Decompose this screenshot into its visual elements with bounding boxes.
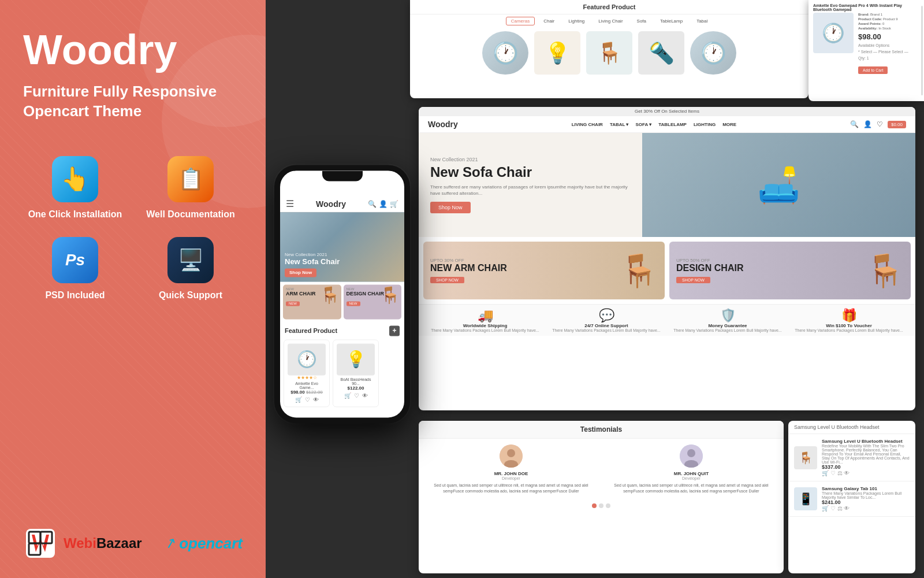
pl-cart-icon-2[interactable]: 🛒 [822,505,829,512]
webi-logo-svg [23,526,58,561]
nav-living-chair[interactable]: LIVING CHAIR [572,122,603,127]
pl-compare-icon-1[interactable]: ⚖ [837,470,843,476]
nav-more[interactable]: MORE [722,122,736,127]
product-list-info-1: Samsung Level U Bluetooth Headset Redefi… [822,439,910,476]
wishlist-action-icon-2[interactable]: ♡ [354,392,359,399]
phone-store-name: Woodry [316,199,346,209]
bottom-logos: WebiBazaar ↗ opencart [23,526,243,561]
add-to-cart-btn[interactable]: Add to Cart [858,66,888,74]
nav-user-icon[interactable]: 👤 [863,120,872,128]
feature-psd: Ps PSD Included [23,237,127,301]
search-icon[interactable]: 🔍 [368,200,377,208]
promo-design-content: UPTO 50% OFF DESIGN CHAIR SHOP NOW [669,251,750,291]
product-list-img-2: 📱 [794,487,817,510]
wishlist-action-icon[interactable]: ♡ [305,397,310,403]
product-name-2: BoAt BassHeads 90... [337,377,375,386]
dot-2[interactable] [599,503,603,508]
pl-wish-icon-2[interactable]: ♡ [830,505,836,512]
tab-cameras[interactable]: Cameras [506,17,535,25]
featured-title: Featured Product [410,0,808,14]
tab-chair[interactable]: Chair [538,17,560,25]
product-list-img-1: 🪑 [794,446,817,469]
product-price: $98.00 [858,32,919,41]
cart-action-icon[interactable]: 🛒 [295,397,302,403]
avatar-2 [680,444,703,468]
phone-promo-1: NEW ARM CHAIR NEW 🪑 [283,284,341,319]
menu-icon[interactable]: ☰ [286,198,294,209]
voucher-icon: 🎁 [789,308,908,323]
nav-wishlist-icon[interactable]: ♡ [877,120,883,128]
promo-cards-row: UPTO 30% OFF NEW ARM CHAIR SHOP NOW 🪑 UP… [419,237,915,304]
product-detail-content: 🕐 Brand: Brand 1 Product Code: Product 9… [808,13,924,74]
view-action-icon[interactable]: 👁 [313,397,319,403]
nav-tabal[interactable]: TABAL ▾ [610,122,629,127]
footer-support: 💬 24/7 Online Support There Many Variati… [547,308,666,332]
nav-cart-icon[interactable]: $0.00 [888,121,906,128]
phone-shop-btn[interactable]: Shop Now [285,268,316,277]
product-list-actions-2: 🛒 ♡ ⚖ 👁 [822,505,910,512]
reward-row: Award Points: 0 [858,22,919,25]
product-detail-title: Amkette Evo Gamepad Pro 4 With Instant P… [808,0,924,13]
featured-products-row: 🕐 💡 🪑 🔦 🕐 [410,28,808,78]
tab-tablelamp[interactable]: TableLamp [655,17,688,25]
arm-chair-img: 🪑 [320,286,340,305]
promo-arm-chair: UPTO 30% OFF NEW ARM CHAIR SHOP NOW 🪑 [423,242,665,299]
view-action-icon-2[interactable]: 👁 [362,392,368,399]
hero-shop-btn[interactable]: Shop Now [430,202,471,213]
select-label: * Select — Please Select — [858,50,919,54]
feature-support: 🖥️ Quick Support [139,237,243,301]
new-label-2: NEW [346,301,360,306]
promo-design-btn[interactable]: SHOP NOW [676,277,710,283]
phone-featured-plus[interactable]: + [389,325,400,336]
phone-hero-content: New Collection 2021 New Sofa Chair Shop … [285,252,340,277]
product-list-price-2: $241.00 [822,499,910,505]
promo-arm-btn[interactable]: SHOP NOW [430,277,464,283]
main-desktop-preview: Get 30% Off On Selected Items Woodry LIV… [419,107,915,410]
carousel-dots [419,500,784,512]
cart-icon[interactable]: 🛒 [390,200,398,208]
dot-active[interactable] [592,503,597,508]
pl-compare-icon-2[interactable]: ⚖ [837,505,843,512]
shipping-icon: 🚚 [426,308,545,323]
qty-label: Qty: 1 [858,56,919,60]
webi-logo-text: WebiBazaar [64,535,142,551]
shipping-desc: There Many Variations Packages Lorem Bul… [426,328,545,332]
product-clock-2: 🕐 [690,31,736,75]
scrollbar[interactable] [921,6,923,95]
product-list-title-1: Samsung Level U Bluetooth Headset [822,439,910,444]
tab-tabal[interactable]: Tabal [691,17,713,25]
desktop-hero-banner: New Collection 2021 New Sofa Chair There… [419,133,915,237]
phone-promo-row: NEW ARM CHAIR NEW 🪑 NEW DESIGN CHAIR NEW… [280,281,404,322]
support-desc: There Many Variations Packages Lorem Bul… [547,328,666,332]
svg-point-9 [687,449,695,457]
product-list-item-2: 📱 Samsung Galaxy Tab 101 There Many Vari… [788,481,915,517]
tab-living-chair[interactable]: Living Chair [593,17,628,25]
nav-sofa[interactable]: SOFA ▾ [635,122,651,127]
pl-cart-icon-1[interactable]: 🛒 [822,470,829,476]
psd-icon: Ps [52,237,98,283]
right-content: Featured Product Cameras Chair Lighting … [266,0,924,578]
nav-search-icon[interactable]: 🔍 [850,120,859,128]
guarantee-icon: 🛡️ [668,308,787,323]
product-list-screen: Samsung Level U Bluetooth Headset 🪑 Sams… [788,421,915,573]
tab-sofa[interactable]: Sofa [632,17,651,25]
pl-view-icon-1[interactable]: 👁 [844,470,850,476]
pl-view-icon-2[interactable]: 👁 [844,505,850,512]
phone-notch [322,171,363,181]
cart-action-icon-2[interactable]: 🛒 [344,392,351,399]
nav-icons: 🔍 👤 ♡ $0.00 [850,120,906,128]
nav-tablelamp[interactable]: TABLELAMP [658,122,687,127]
dot-3[interactable] [606,503,610,508]
new-label-1: NEW [286,301,300,306]
shipping-title: Worldwide Shipping [426,323,545,328]
desktop-logo: Woodry [428,120,458,129]
nav-lighting[interactable]: LIGHTING [694,122,716,127]
user-icon[interactable]: 👤 [379,200,388,208]
one-click-label: One Click Installation [28,209,122,220]
footer-guarantee: 🛡️ Money Guarantee There Many Variations… [668,308,787,332]
tab-lighting[interactable]: Lighting [563,17,590,25]
avatar-svg-2 [680,444,703,468]
phone-bottom-padding [280,410,404,417]
phone-hero-title: New Sofa Chair [285,257,340,266]
pl-wish-icon-1[interactable]: ♡ [830,470,836,476]
